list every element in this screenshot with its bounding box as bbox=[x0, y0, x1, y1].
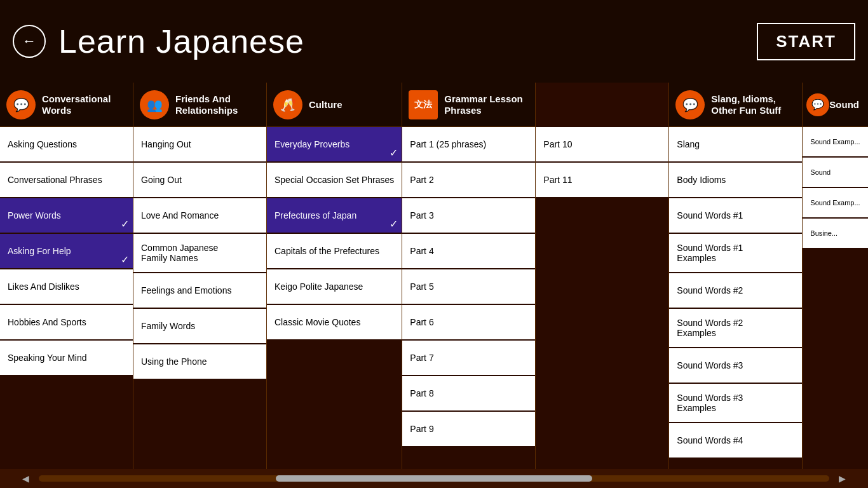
list-item[interactable]: Everyday Proverbs✓ bbox=[267, 127, 402, 163]
scrollbar-track[interactable] bbox=[39, 475, 829, 482]
col-icon-grammar: 文法 bbox=[409, 90, 438, 119]
scrollbar-thumb[interactable] bbox=[276, 475, 592, 482]
list-item[interactable]: Part 6 bbox=[402, 305, 535, 341]
start-button[interactable]: START bbox=[757, 23, 855, 60]
list-item[interactable]: Part 8 bbox=[402, 376, 535, 412]
back-icon: ← bbox=[22, 33, 36, 50]
back-button[interactable]: ← bbox=[13, 25, 46, 58]
list-item[interactable]: Busine... bbox=[803, 219, 867, 249]
list-item[interactable]: Sound Words #1 Examples bbox=[669, 234, 802, 273]
list-item[interactable]: Part 1 (25 phrases) bbox=[402, 127, 535, 163]
col-title-slang: Slang, Idioms, Other Fun Stuff bbox=[711, 93, 781, 116]
list-item[interactable]: Part 10 bbox=[536, 127, 668, 163]
column-slang: 💬Slang, Idioms, Other Fun StuffSlangBody… bbox=[669, 83, 803, 469]
list-item[interactable]: Sound Words #4 bbox=[669, 423, 802, 459]
column-friends: 👥Friends And RelationshipsHanging OutGoi… bbox=[133, 83, 267, 469]
list-item[interactable]: Love And Romance bbox=[133, 198, 266, 234]
list-item[interactable]: Part 7 bbox=[402, 341, 535, 376]
column-header-grammar: 文法Grammar Lesson Phrases bbox=[402, 83, 535, 127]
column-header-partial: 💬Sound bbox=[803, 83, 867, 127]
list-item[interactable]: Going Out bbox=[133, 163, 266, 198]
list-item[interactable]: Conversational Phrases bbox=[0, 163, 133, 198]
list-item[interactable]: Hobbies And Sports bbox=[0, 305, 133, 341]
list-item[interactable]: Part 5 bbox=[402, 269, 535, 305]
column-header-culture: 🥂Culture bbox=[267, 83, 402, 127]
column-header-friends: 👥Friends And Relationships bbox=[133, 83, 266, 127]
list-item[interactable]: Part 3 bbox=[402, 198, 535, 234]
col-icon-friends: 👥 bbox=[140, 90, 169, 119]
list-item[interactable]: Part 4 bbox=[402, 234, 535, 269]
scroll-left-arrow[interactable]: ◀ bbox=[19, 473, 32, 484]
list-item[interactable]: Part 2 bbox=[402, 163, 535, 198]
list-item[interactable]: Power Words✓ bbox=[0, 198, 133, 234]
list-item[interactable]: Slang bbox=[669, 127, 802, 163]
list-item[interactable]: Part 11 bbox=[536, 163, 668, 198]
col-icon-culture: 🥂 bbox=[273, 90, 302, 119]
content-area: 💬Conversational WordsAsking QuestionsCon… bbox=[0, 83, 868, 469]
list-item[interactable]: Sound Words #2 Examples bbox=[669, 309, 802, 348]
list-item[interactable]: Sound Words #1 bbox=[669, 198, 802, 234]
list-item[interactable]: Sound bbox=[803, 158, 867, 188]
list-item[interactable]: Classic Movie Quotes bbox=[267, 305, 402, 341]
scrollbar: ◀ ▶ bbox=[0, 469, 868, 488]
column-partial: 💬SoundSound Examp...SoundSound Examp...B… bbox=[803, 83, 868, 469]
scroll-right-arrow[interactable]: ▶ bbox=[836, 473, 849, 484]
list-item[interactable]: Sound Words #2 bbox=[669, 273, 802, 309]
page-title: Learn Japanese bbox=[58, 22, 304, 60]
col-title-grammar: Grammar Lesson Phrases bbox=[444, 93, 522, 116]
col-title-culture: Culture bbox=[309, 99, 342, 111]
column-grammar2: Part 10Part 11 bbox=[536, 83, 669, 469]
column-grammar: 文法Grammar Lesson PhrasesPart 1 (25 phras… bbox=[402, 83, 536, 469]
col-title-conversational: Conversational Words bbox=[42, 93, 111, 116]
header-left: ← Learn Japanese bbox=[13, 22, 304, 60]
column-conversational: 💬Conversational WordsAsking QuestionsCon… bbox=[0, 83, 133, 469]
list-item[interactable]: Common Japanese Family Names bbox=[133, 234, 266, 273]
col-icon-slang: 💬 bbox=[675, 90, 705, 119]
list-item[interactable]: Family Words bbox=[133, 309, 266, 344]
col-title-partial: Sound bbox=[829, 99, 859, 111]
list-item[interactable]: Asking For Help✓ bbox=[0, 234, 133, 269]
col-icon-conversational: 💬 bbox=[6, 90, 36, 119]
list-item[interactable]: Special Occasion Set Phrases bbox=[267, 163, 402, 198]
header: ← Learn Japanese START bbox=[0, 0, 868, 83]
list-item[interactable]: Body Idioms bbox=[669, 163, 802, 198]
list-item[interactable]: Prefectures of Japan✓ bbox=[267, 198, 402, 234]
column-culture: 🥂CultureEveryday Proverbs✓Special Occasi… bbox=[267, 83, 402, 469]
list-item[interactable]: Sound Words #3 bbox=[669, 348, 802, 384]
list-item[interactable]: Likes And Dislikes bbox=[0, 269, 133, 305]
column-header-slang: 💬Slang, Idioms, Other Fun Stuff bbox=[669, 83, 802, 127]
list-item[interactable]: Using the Phone bbox=[133, 344, 266, 380]
list-item[interactable]: Asking Questions bbox=[0, 127, 133, 163]
list-item[interactable]: Part 9 bbox=[402, 412, 535, 447]
list-item[interactable]: Speaking Your Mind bbox=[0, 341, 133, 376]
list-item[interactable]: Hanging Out bbox=[133, 127, 266, 163]
list-item[interactable]: Sound Examp... bbox=[803, 127, 867, 158]
list-item[interactable]: Capitals of the Prefectures bbox=[267, 234, 402, 269]
list-item[interactable]: Feelings and Emotions bbox=[133, 273, 266, 309]
list-item[interactable]: Sound Examp... bbox=[803, 188, 867, 219]
col-title-friends: Friends And Relationships bbox=[175, 93, 238, 116]
list-item[interactable]: Sound Words #3 Examples bbox=[669, 384, 802, 423]
list-item[interactable]: Keigo Polite Japanese bbox=[267, 269, 402, 305]
column-header-conversational: 💬Conversational Words bbox=[0, 83, 133, 127]
col-icon-partial: 💬 bbox=[806, 93, 829, 116]
